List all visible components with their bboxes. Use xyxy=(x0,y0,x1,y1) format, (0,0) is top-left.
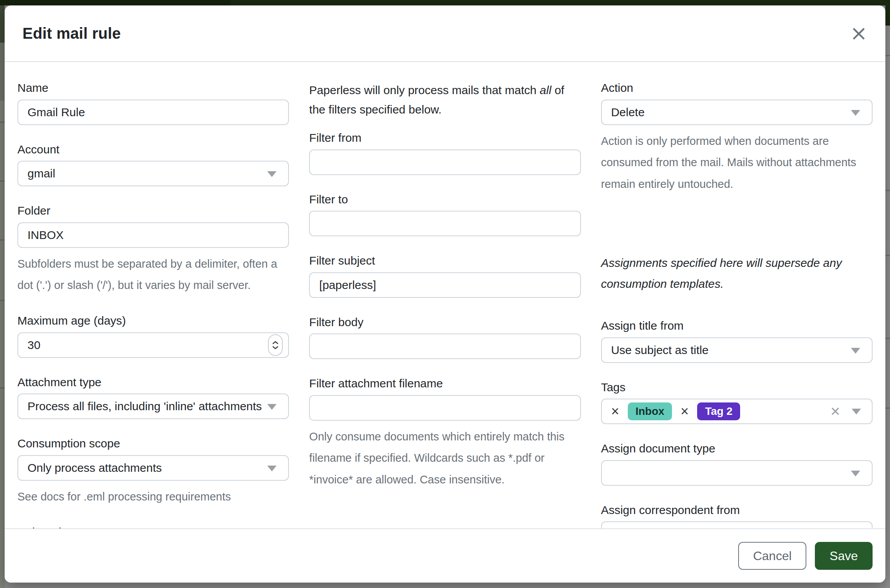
bg-row-divider xyxy=(0,387,5,389)
chevron-down-icon[interactable] xyxy=(852,409,861,414)
app-navbar-left xyxy=(0,0,230,5)
field-assign-title: Assign title from Use subject as title xyxy=(601,318,873,363)
stepper-up-icon xyxy=(272,341,278,344)
field-action: Action Delete Action is only performed w… xyxy=(601,81,873,195)
account-label: Account xyxy=(17,142,289,157)
bg-row-divider xyxy=(885,407,890,409)
field-account: Account gmail xyxy=(17,142,289,187)
name-label: Name xyxy=(17,81,289,95)
action-label: Action xyxy=(601,81,873,95)
filters-intro-text: Paperless will only process mails that m… xyxy=(309,81,581,119)
number-stepper[interactable] xyxy=(268,334,283,356)
field-assign-correspondent: Assign correspondent from Do not assign … xyxy=(601,503,873,528)
field-filter-body: Filter body xyxy=(309,315,581,359)
chevron-down-icon xyxy=(267,466,277,471)
field-filter-subject: Filter subject xyxy=(309,253,581,298)
folder-help-text: Subfolders must be separated by a delimi… xyxy=(17,253,289,297)
assign-title-label: Assign title from xyxy=(601,318,873,333)
page-edge-left xyxy=(0,5,5,588)
account-selected-value: gmail xyxy=(18,167,55,180)
field-folder: Folder Subfolders must be separated by a… xyxy=(17,203,289,296)
account-select[interactable]: gmail xyxy=(17,161,289,186)
filter-to-label: Filter to xyxy=(309,192,581,207)
filter-filename-help-text: Only consume documents which entirely ma… xyxy=(309,426,581,491)
dialog-body: Name Account gmail Folder Subfolders mus… xyxy=(5,62,885,528)
filter-body-label: Filter body xyxy=(309,315,581,330)
max-age-input[interactable] xyxy=(18,333,288,357)
dialog-footer: Cancel Save xyxy=(5,528,885,583)
assign-doc-type-select[interactable] xyxy=(601,460,873,486)
field-max-age: Maximum age (days) xyxy=(17,313,289,358)
assign-title-selected-value: Use subject as title xyxy=(602,344,709,357)
edit-mail-rule-dialog: Edit mail rule × Name Account gmail Fold… xyxy=(5,5,885,583)
sidebar-sliver xyxy=(0,5,5,43)
field-filter-filename: Filter attachment filename Only consume … xyxy=(309,376,581,491)
tag-remove-icon[interactable]: × xyxy=(611,404,619,418)
chevron-down-icon xyxy=(851,110,860,116)
cancel-button[interactable]: Cancel xyxy=(738,542,806,570)
chevron-down-icon xyxy=(851,348,860,354)
bg-row-divider xyxy=(885,190,890,191)
action-selected-value: Delete xyxy=(602,106,645,119)
column-left: Name Account gmail Folder Subfolders mus… xyxy=(17,81,289,528)
page-edge-right xyxy=(885,26,890,588)
field-rule-order: Rule order xyxy=(17,525,289,528)
bg-row-divider xyxy=(0,122,5,123)
assign-doc-type-label: Assign document type xyxy=(601,441,873,456)
assign-correspondent-select[interactable]: Do not assign a correspondent xyxy=(601,521,873,528)
chevron-down-icon xyxy=(267,171,277,177)
chevron-down-icon xyxy=(267,404,277,410)
field-name: Name xyxy=(17,81,289,125)
bg-row-divider xyxy=(0,300,5,301)
filter-subject-input[interactable] xyxy=(310,273,580,297)
consumption-scope-label: Consumption scope xyxy=(17,436,289,451)
assignments-note: Assignments specified here will supersed… xyxy=(601,253,873,294)
attachment-type-label: Attachment type xyxy=(17,375,289,390)
dialog-title: Edit mail rule xyxy=(22,25,121,42)
field-filter-to: Filter to xyxy=(309,192,581,237)
consumption-scope-help-text: See docs for .eml processing requirement… xyxy=(17,486,289,508)
field-attachment-type: Attachment type Process all files, inclu… xyxy=(17,375,289,420)
consumption-scope-select[interactable]: Only process attachments xyxy=(17,455,289,481)
tag-chip-tag2[interactable]: Tag 2 xyxy=(697,402,740,420)
max-age-label: Maximum age (days) xyxy=(17,313,289,328)
filter-subject-label: Filter subject xyxy=(309,253,581,268)
tags-label: Tags xyxy=(601,380,873,395)
app-navbar-right xyxy=(230,0,890,5)
clear-all-icon[interactable]: × xyxy=(830,403,840,420)
save-button[interactable]: Save xyxy=(815,542,873,570)
bg-row-divider xyxy=(0,181,5,182)
bg-row-divider xyxy=(885,55,890,56)
filter-to-input[interactable] xyxy=(310,211,580,236)
dialog-header: Edit mail rule × xyxy=(5,5,885,62)
stepper-down-icon xyxy=(272,346,278,349)
consumption-scope-selected-value: Only process attachments xyxy=(18,461,162,475)
bg-row-divider xyxy=(0,239,5,241)
filter-from-label: Filter from xyxy=(309,131,581,145)
tag-remove-icon[interactable]: × xyxy=(680,404,689,418)
sidebar-sliver-2 xyxy=(0,43,5,101)
name-input[interactable] xyxy=(18,100,288,124)
filter-body-input[interactable] xyxy=(310,334,580,358)
tags-multiselect[interactable]: × Inbox × Tag 2 × xyxy=(601,399,873,424)
action-select[interactable]: Delete xyxy=(601,100,873,125)
bg-row-divider xyxy=(885,338,890,339)
assign-correspondent-label: Assign correspondent from xyxy=(601,503,873,518)
field-consumption-scope: Consumption scope Only process attachmen… xyxy=(17,436,289,507)
filter-filename-label: Filter attachment filename xyxy=(309,376,581,391)
filter-from-input[interactable] xyxy=(310,150,580,174)
chevron-down-icon xyxy=(851,471,860,476)
rule-order-label: Rule order xyxy=(17,525,289,528)
close-icon[interactable]: × xyxy=(848,21,870,46)
folder-input[interactable] xyxy=(18,223,288,247)
filter-filename-input[interactable] xyxy=(310,396,580,420)
folder-label: Folder xyxy=(17,203,289,218)
assign-title-select[interactable]: Use subject as title xyxy=(601,337,873,363)
spacer xyxy=(601,212,873,253)
action-help-text: Action is only performed when documents … xyxy=(601,131,873,196)
field-filter-from: Filter from xyxy=(309,131,581,175)
attachment-type-select[interactable]: Process all files, including 'inline' at… xyxy=(17,394,289,419)
column-right: Action Delete Action is only performed w… xyxy=(601,81,873,528)
field-assign-doc-type: Assign document type xyxy=(601,441,873,486)
tag-chip-inbox[interactable]: Inbox xyxy=(628,402,672,420)
